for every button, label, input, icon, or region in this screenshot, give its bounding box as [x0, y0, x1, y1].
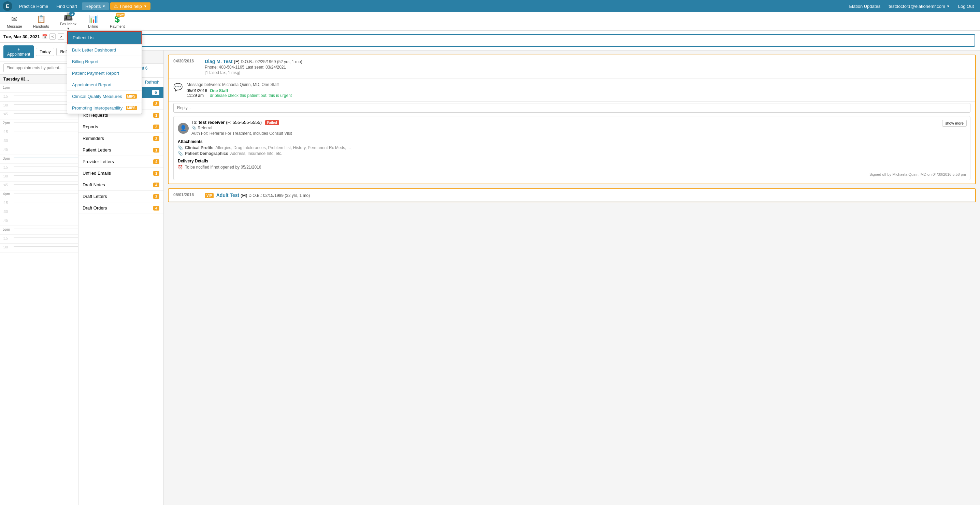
nav-help[interactable]: ⚠ I need help ▼ [110, 2, 150, 10]
logout-btn[interactable]: Log Out [955, 2, 977, 10]
time-label: :30 [0, 137, 14, 143]
time-slot-345: :45 [0, 182, 78, 190]
chat-icon: 💬 [173, 83, 183, 98]
day-header: Tuesday 03... [0, 75, 78, 84]
patient-card-date-2: 05/01/2016 [173, 193, 200, 197]
payment-badge-wrap: 💲 New [113, 15, 122, 24]
message-date: 05/01/2016 11:29 am [187, 88, 207, 98]
time-slot-2pm: 2pm [0, 119, 78, 128]
time-slot-315: :15 [0, 164, 78, 173]
delivery-row: ⏰ To be notified if not opened by 05/21/… [178, 165, 966, 170]
patient-card-header-1: 04/30/2016 Diag M. Test (F) D.O.B.: 02/2… [169, 55, 975, 79]
patient-failed-fax: [1 failed fax, 1 msg] [205, 70, 970, 75]
fax-inbox-btn[interactable]: 📠 1 Fax Inbox ▼ [57, 11, 79, 32]
clip-icon: 📎 [191, 126, 197, 131]
queue-section: My Queue For: f Launch first 5 patients … [78, 51, 980, 505]
time-slot-230: :30 [0, 137, 78, 146]
nav-practice-home[interactable]: Practice Home [16, 2, 51, 10]
mips-badge-1: MIPS [126, 94, 137, 99]
queue-row-patient-letters[interactable]: Patient Letters 1 [78, 144, 164, 156]
message-btn[interactable]: ✉ Message [4, 13, 25, 30]
billing-icon: 📊 [89, 15, 98, 24]
nav-reports[interactable]: Reports ▼ [82, 2, 109, 10]
queue-item-count: 3 [153, 194, 159, 199]
time-label: :45 [0, 111, 14, 116]
queue-item-label: Unfiled Emails [83, 170, 111, 176]
patient-name-link-2[interactable]: Adult Test [216, 193, 240, 198]
fax-to-info: To: test receiver (F: 555-555-5555) Fail… [191, 120, 292, 137]
right-panel: My Queue For: f Launch first 5 patients … [78, 31, 980, 505]
add-appointment-btn[interactable]: + Appointment [3, 45, 34, 58]
app-logo[interactable]: E [3, 2, 12, 11]
queue-item-count: 1 [153, 113, 159, 118]
time-slot-215: :15 [0, 128, 78, 137]
patient-info-1: Diag M. Test (F) D.O.B.: 02/25/1969 (52 … [205, 59, 970, 75]
time-slot-3pm: 3pm [0, 155, 78, 164]
time-slot-5pm: 5pm [0, 226, 78, 235]
search-bar [78, 31, 980, 51]
queue-item-label: Draft Orders [83, 206, 107, 210]
show-more-btn[interactable]: show more [942, 120, 967, 127]
queue-item-count: 1 [153, 148, 159, 153]
queue-item-label: Reminders [83, 136, 104, 141]
queue-item-count: 4 [153, 206, 159, 210]
patient-name-link[interactable]: Diag M. Test [205, 59, 234, 64]
queue-row-unfiled-emails[interactable]: Unfiled Emails 1 [78, 167, 164, 179]
patient-card-header-2: 05/01/2016 VIP Adult Test (M) D.O.B.: 02… [169, 189, 975, 202]
reply-input[interactable] [173, 103, 970, 113]
current-date: Tue, Mar 30, 2021 [3, 34, 40, 39]
calendar-icon[interactable]: 📅 [42, 34, 48, 39]
dropdown-clinical-quality[interactable]: Clinical Quality Measures MIPS [67, 91, 142, 102]
handouts-btn[interactable]: 📋 Handouts [30, 13, 52, 30]
action-bar: + Appointment Today Refresh [0, 43, 78, 61]
patient-search-input[interactable] [83, 34, 975, 47]
time-label: :15 [0, 128, 14, 134]
payment-btn[interactable]: 💲 New Payment [107, 13, 127, 30]
queue-item-label: Draft Letters [83, 194, 107, 199]
time-slot-4pm: 4pm [0, 190, 78, 199]
time-slot-130: :30 [0, 102, 78, 111]
dropdown-patient-payment-report[interactable]: Patient Payment Report [67, 68, 142, 79]
queue-row-draft-notes[interactable]: Draft Notes 4 [78, 179, 164, 191]
billing-btn[interactable]: 📊 Billing [84, 13, 102, 30]
time-label: :15 [0, 199, 14, 205]
staff-name: One Staff [210, 88, 228, 93]
nav-find-chart[interactable]: Find Chart [53, 2, 81, 10]
message-row-1: 💬 Message between: Michaela Quinn, MD, O… [169, 79, 975, 102]
time-slot-145: :45 [0, 111, 78, 119]
clip-icon-2: 📎 [178, 145, 183, 150]
appointment-search-input[interactable] [3, 64, 75, 72]
queue-item-count: 1 [153, 171, 159, 176]
queue-item-label: Patient Letters [83, 147, 111, 153]
user-email-btn[interactable]: testdoctor1@elationemr.com ▼ [885, 2, 953, 10]
dropdown-billing-report[interactable]: Billing Report [67, 56, 142, 68]
dropdown-patient-list[interactable]: Patient List [67, 31, 142, 45]
prev-date-btn[interactable]: < [49, 33, 56, 40]
elation-updates-btn[interactable]: Elation Updates [846, 2, 884, 10]
nav-right: Elation Updates testdoctor1@elationemr.c… [846, 2, 977, 10]
queue-row-reminders[interactable]: Reminders 2 [78, 133, 164, 144]
time-label: 5pm [0, 226, 14, 231]
next-date-btn[interactable]: > [58, 33, 64, 40]
queue-row-draft-orders[interactable]: Draft Orders 4 [78, 202, 164, 214]
queue-row-provider-letters[interactable]: Provider Letters 4 [78, 156, 164, 167]
attachment-row-2: 📎 Patient Demographics Address, Insuranc… [178, 151, 966, 156]
dropdown-bulk-letter[interactable]: Bulk Letter Dashboard [67, 45, 142, 56]
queue-row-draft-letters[interactable]: Draft Letters 3 [78, 191, 164, 202]
queue-row-reports[interactable]: Reports 3 [78, 121, 164, 133]
fax-caret-icon: ▼ [67, 27, 70, 30]
toolbar: ✉ Message 📋 Handouts 📠 1 Fax Inbox ▼ 📊 B… [0, 12, 980, 31]
appointment-search-area [0, 61, 78, 75]
fax-to-label: To: test receiver (F: 555-555-5555) Fail… [191, 120, 279, 125]
dropdown-promoting-interop[interactable]: Promoting Interoperability MIPS [67, 102, 142, 114]
dropdown-appointment-report[interactable]: Appointment Report [67, 79, 142, 91]
top-nav: E Practice Home Find Chart Reports ▼ ⚠ I… [0, 0, 980, 12]
time-label: 1pm [0, 84, 14, 89]
queue-item-count: 3 [153, 101, 159, 106]
patient-dob: D.O.B.: 02/25/1969 (52 yrs, 1 mo) [241, 59, 302, 64]
time-slot-415: :15 [0, 199, 78, 208]
today-btn[interactable]: Today [36, 48, 54, 56]
queue-refresh-btn[interactable]: Refresh [145, 80, 159, 84]
main-layout: Tue, Mar 30, 2021 📅 < > + Appointment To… [0, 31, 980, 505]
person-icon: 👤 [180, 125, 187, 131]
